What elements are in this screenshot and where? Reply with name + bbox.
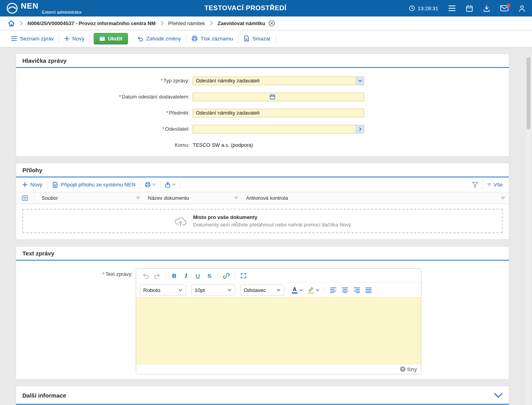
attachment-print-button[interactable]	[140, 182, 160, 188]
tinymce-brand[interactable]: tiny	[400, 366, 417, 372]
date-field-filler[interactable]	[277, 93, 364, 101]
column-label: Antivirová kontrola	[246, 195, 288, 201]
attachment-new-label: Nový	[30, 182, 42, 188]
print-icon	[191, 35, 198, 42]
command-toolbar: Seznam zpráv Nový Uložit Zahodit změny	[0, 30, 532, 47]
message-type-value: Odeslání námitky zadavateli	[193, 77, 356, 85]
column-header-document-name[interactable]: Název dokumentu	[144, 192, 242, 204]
align-right-icon[interactable]	[351, 285, 363, 296]
chevron-down-icon	[277, 289, 281, 291]
divider	[235, 272, 235, 280]
message-type-select[interactable]: Odeslání námitky zadavateli	[193, 77, 364, 85]
form-row-recipient: Komu: TESCO SW a.s. (podpora)	[16, 137, 509, 153]
download-icon[interactable]	[483, 5, 490, 12]
attachment-new-button[interactable]: Nový	[22, 182, 47, 188]
document-dropzone[interactable]: Místo pro vaše dokumenty Dokumenty sem m…	[22, 209, 503, 233]
sent-date-input[interactable]	[193, 93, 268, 101]
sender-input[interactable]	[193, 125, 356, 133]
attach-from-nen-button[interactable]: Připojit přílohu ze systému NEN	[47, 182, 140, 188]
current-time: 13:28:31	[417, 5, 438, 11]
font-size-select[interactable]: 10pt	[191, 285, 235, 296]
required-mark: *	[103, 271, 105, 277]
chevron-down-icon[interactable]	[494, 393, 503, 398]
required-mark: *	[166, 110, 168, 116]
divider	[166, 272, 166, 280]
chevron-down-icon[interactable]	[356, 77, 364, 85]
vertical-scrollbar[interactable]	[526, 55, 531, 405]
chevron-down-icon	[228, 289, 231, 291]
text-color-button[interactable]: A	[289, 285, 306, 296]
bold-button[interactable]: B	[168, 270, 180, 281]
brand-name: NEN	[21, 2, 82, 10]
filter-triangle-icon[interactable]	[234, 197, 238, 199]
strikethrough-button[interactable]: S	[204, 270, 215, 281]
discard-changes-button[interactable]: Zahodit změny	[132, 35, 186, 42]
funnel-icon[interactable]	[472, 182, 478, 188]
align-left-icon[interactable]	[327, 285, 339, 296]
filter-triangle-icon	[487, 183, 491, 186]
save-button[interactable]: Uložit	[94, 33, 128, 44]
list-icon	[11, 36, 17, 41]
filter-triangle-icon[interactable]	[501, 197, 505, 199]
rich-text-editor: B I U S	[136, 268, 421, 374]
font-family-value: Roboto	[143, 287, 160, 293]
table-settings-icon[interactable]	[16, 192, 34, 204]
underline-button[interactable]: U	[192, 270, 204, 281]
redo-icon[interactable]	[151, 270, 163, 281]
message-list-button[interactable]: Seznam zpráv	[11, 36, 59, 42]
chevron-right-icon	[160, 21, 164, 26]
breadcrumb-item-objections[interactable]: Přehled námitek	[168, 20, 205, 26]
filter-triangle-icon	[152, 184, 156, 186]
new-button[interactable]: Nový	[59, 36, 89, 42]
required-mark: *	[160, 78, 162, 84]
home-icon[interactable]	[8, 20, 15, 27]
close-icon[interactable]	[268, 20, 275, 27]
column-header-file[interactable]: Soubor	[34, 192, 144, 204]
save-icon	[99, 36, 105, 41]
dropzone-title: Místo pro vaše dokumenty	[193, 214, 351, 220]
divider	[483, 181, 483, 189]
chevron-right-icon[interactable]	[356, 125, 364, 133]
breadcrumb: N006/25/V00004537 - Provoz informačního …	[0, 16, 532, 30]
filter-triangle-icon[interactable]	[136, 197, 140, 199]
fullscreen-icon[interactable]	[237, 270, 249, 281]
subject-input[interactable]	[193, 109, 364, 117]
italic-button[interactable]: I	[180, 270, 192, 281]
form-row-type: *Typ zprávy: Odeslání námitky zadavateli	[16, 73, 509, 89]
filter-all-label: Vše	[494, 182, 503, 188]
undo-icon[interactable]	[140, 270, 151, 281]
align-justify-icon[interactable]	[363, 285, 374, 296]
user-icon[interactable]	[518, 5, 526, 12]
delete-button[interactable]: Smazat	[239, 35, 275, 42]
block-format-select[interactable]: Odstavec	[240, 285, 284, 296]
filter-all-button[interactable]: Vše	[487, 182, 503, 188]
editor-content-area[interactable]	[136, 297, 421, 364]
print-record-button[interactable]: Tisk záznamu	[186, 35, 238, 42]
attach-icon	[52, 182, 58, 188]
calendar-picker-icon[interactable]	[268, 93, 277, 101]
discard-icon	[137, 35, 144, 42]
attachment-export-button[interactable]	[160, 182, 180, 188]
calendar-icon[interactable]	[466, 5, 473, 12]
link-icon[interactable]	[220, 270, 232, 281]
sender-label: Odesílatel:	[165, 126, 189, 132]
plus-icon	[64, 36, 69, 41]
breadcrumb-item-register-objection[interactable]: Zaevidovat námitku	[218, 20, 265, 26]
chevron-right-icon	[210, 21, 213, 26]
tiny-logo-icon	[400, 366, 406, 372]
highlight-color-button[interactable]	[306, 285, 322, 296]
scrollbar-thumb[interactable]	[527, 57, 530, 130]
attachments-section: Přílohy Nový P	[16, 163, 509, 240]
section-title-attachments: Přílohy	[22, 167, 42, 173]
subject-label: Předmět:	[169, 110, 189, 116]
chevron-down-icon	[299, 289, 303, 291]
breadcrumb-item-procurement[interactable]: N006/25/V00004537 - Provoz informačního …	[27, 20, 156, 26]
column-label: Soubor	[42, 195, 58, 201]
align-center-icon[interactable]	[339, 285, 351, 296]
column-header-antivirus[interactable]: Antivirová kontrola	[242, 192, 509, 204]
menu-icon[interactable]	[448, 5, 456, 12]
brand: NEN Externí administrátor	[6, 2, 82, 15]
mail-icon[interactable]	[500, 5, 508, 11]
font-family-select[interactable]: Roboto	[140, 285, 186, 296]
editor-status-bar: tiny	[136, 364, 421, 374]
